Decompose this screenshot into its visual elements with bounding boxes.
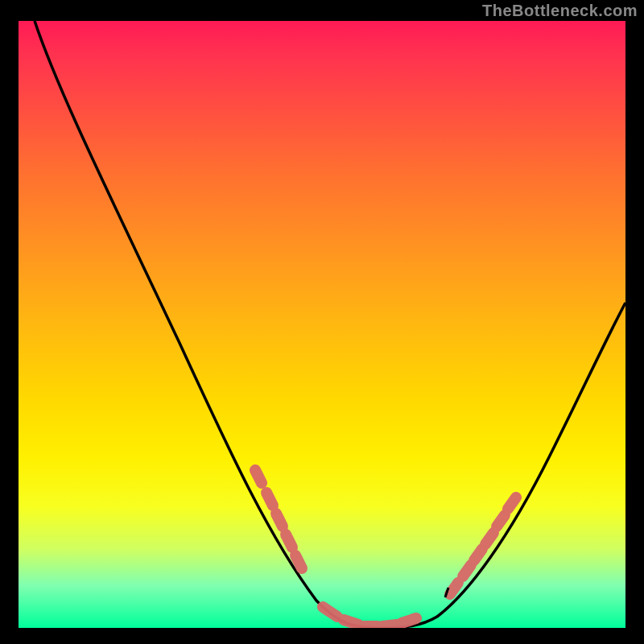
gradient-background (19, 21, 625, 628)
chart-container: TheBottleneck.com (0, 0, 644, 644)
plot-area (19, 21, 625, 628)
watermark-text: TheBottleneck.com (482, 2, 638, 20)
